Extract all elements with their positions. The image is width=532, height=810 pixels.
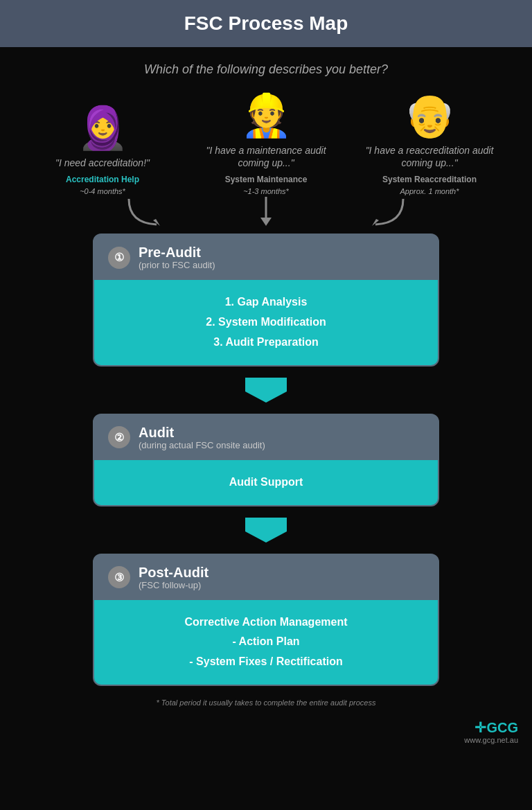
persona-3-duration: Approx. 1 month* [400, 187, 459, 195]
stage-1-item-1: 1. Gap Analysis [108, 292, 424, 312]
page-title: FSC Process Map [0, 12, 532, 35]
persona-2-quote: "I have a maintenance audit coming up...… [197, 144, 335, 169]
persona-2-label: System Maintenance [225, 175, 308, 184]
stage-2-subtitle: (during actual FSC onsite audit) [139, 440, 265, 450]
persona-3-quote: "I have a reaccreditation audit coming u… [360, 144, 499, 169]
stage-1-header: ① Pre-Audit (prior to FSC audit) [94, 235, 438, 280]
persona-1-quote: "I need accreditation!" [55, 157, 150, 169]
footer-note: * Total period it usually takes to compl… [0, 698, 532, 707]
persona-1-label: Accreditation Help [66, 175, 139, 184]
flow-container: ① Pre-Audit (prior to FSC audit) 1. Gap … [0, 234, 532, 686]
stage-1-number: ① [108, 247, 130, 269]
stage-3-title: Post-Audit [139, 565, 209, 580]
gcg-logo: ✛GCG www.gcg.net.au [464, 716, 518, 744]
stage-2-title-block: Audit (during actual FSC onsite audit) [139, 425, 265, 450]
arrow-center [238, 195, 294, 227]
stage-3-content: Corrective Action Management - Action Pl… [94, 600, 438, 685]
persona-3-avatar: 👴 [404, 91, 456, 140]
stage-3-item-1: Corrective Action Management [108, 613, 424, 633]
footer-logo-row: ✛GCG www.gcg.net.au [0, 707, 532, 751]
stage-3-item-2: - Action Plan [108, 632, 424, 652]
stage-2-header: ② Audit (during actual FSC onsite audit) [94, 415, 438, 460]
persona-3-label: System Reaccreditation [382, 175, 477, 184]
stage-2-title: Audit [139, 425, 265, 440]
stage-1-item-2: 2. System Modification [108, 312, 424, 333]
page-title-bar: FSC Process Map [0, 0, 532, 47]
persona-3: 👴 "I have a reaccreditation audit coming… [360, 91, 499, 195]
stage-3-number: ③ [108, 566, 130, 588]
persona-2: 👷 "I have a maintenance audit coming up.… [197, 91, 335, 195]
gcg-url: www.gcg.net.au [464, 736, 518, 744]
arrow-left [70, 195, 181, 227]
chevron-2 [242, 516, 290, 544]
stage-2-item-1: Audit Support [108, 473, 424, 493]
stage-1-box: ① Pre-Audit (prior to FSC audit) 1. Gap … [93, 234, 439, 366]
personas-row: 🧕 "I need accreditation!" Accreditation … [0, 84, 532, 195]
stage-2-content: Audit Support [94, 460, 438, 505]
persona-2-duration: ~1-3 months* [243, 187, 289, 195]
persona-1-duration: ~0-4 months* [80, 187, 125, 195]
svg-marker-5 [245, 518, 287, 543]
stage-3-box: ③ Post-Audit (FSC follow-up) Corrective … [93, 554, 439, 686]
arrow-right [351, 195, 462, 227]
stage-3-header: ③ Post-Audit (FSC follow-up) [94, 555, 438, 600]
stage-1-subtitle: (prior to FSC audit) [139, 260, 215, 270]
stage-1-title-block: Pre-Audit (prior to FSC audit) [139, 245, 215, 270]
persona-1-avatar: 🧕 [77, 103, 129, 152]
chevron-1 [242, 376, 290, 404]
stage-3-title-block: Post-Audit (FSC follow-up) [139, 565, 209, 590]
svg-marker-2 [260, 218, 272, 226]
persona-2-avatar: 👷 [240, 91, 292, 140]
stage-1-item-3: 3. Audit Preparation [108, 333, 424, 353]
stage-2-box: ② Audit (during actual FSC onsite audit)… [93, 414, 439, 507]
subtitle: Which of the following describes you bet… [0, 62, 532, 77]
stage-1-title: Pre-Audit [139, 245, 215, 260]
stage-3-item-3: - System Fixes / Rectification [108, 652, 424, 672]
stage-1-content: 1. Gap Analysis 2. System Modification 3… [94, 280, 438, 364]
persona-arrows-row [0, 195, 532, 227]
svg-marker-4 [245, 378, 287, 403]
gcg-logo-icon: ✛GCG [475, 716, 518, 736]
stage-3-subtitle: (FSC follow-up) [139, 580, 209, 590]
persona-1: 🧕 "I need accreditation!" Accreditation … [33, 103, 172, 195]
stage-2-number: ② [108, 426, 130, 448]
